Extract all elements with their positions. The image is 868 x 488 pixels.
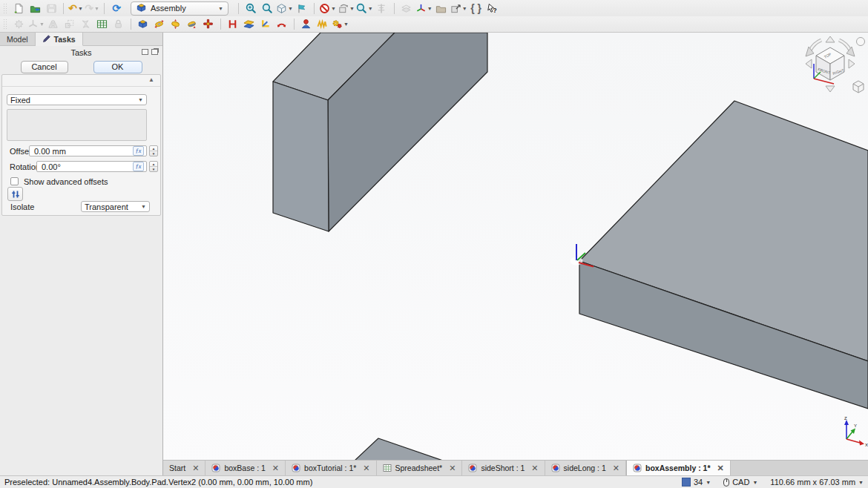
joint-type-select[interactable]: Fixed ▼ <box>7 94 147 105</box>
create-fixed-joint-button[interactable] <box>226 18 240 31</box>
close-icon[interactable]: ✕ <box>272 464 279 473</box>
create-exploded-view-button[interactable] <box>185 18 200 31</box>
rotate-up-arrow[interactable] <box>826 36 835 42</box>
rotation-input[interactable]: 0.00° ƒx <box>36 161 147 172</box>
create-group-button[interactable] <box>434 1 449 15</box>
fit-selection-button[interactable] <box>260 1 274 15</box>
tab-boxtutorial[interactable]: boxTutorial : 1*✕ <box>286 461 376 475</box>
isolate-select[interactable]: Transparent ▼ <box>81 201 150 212</box>
whats-this-icon: ? <box>487 3 498 14</box>
link-actions-button[interactable]: ▼ <box>450 1 467 15</box>
create-rack-pinion-joint-button[interactable] <box>315 18 330 31</box>
rotation-expression-icon[interactable]: ƒx <box>133 162 144 171</box>
joint-groupbox: ▲ Fixed ▼ Offset 0.00 mm ƒx ▲▼ Rotation … <box>1 74 161 216</box>
panel-tab-bar: Model Tasks <box>0 33 162 46</box>
refresh-document-button[interactable]: ⟳ <box>109 1 124 15</box>
scale-tool-button <box>62 18 77 31</box>
chevron-down-icon: ▼ <box>218 6 223 11</box>
placement-icon <box>415 3 427 14</box>
whats-this-button[interactable]: ? <box>485 1 500 15</box>
advanced-offsets-checkbox[interactable] <box>10 177 19 185</box>
doc-icon <box>633 464 642 472</box>
draw-style-button[interactable]: ▼ <box>319 1 336 15</box>
create-assembly-icon <box>137 19 148 30</box>
fit-all-button[interactable] <box>243 1 258 15</box>
view-options-button[interactable]: ▼ <box>338 1 355 15</box>
collapse-arrow-icon[interactable]: ▲ <box>148 76 154 83</box>
axis-cross: Z Y X <box>844 416 868 447</box>
plate-solid[interactable] <box>579 101 868 409</box>
triangle-solid[interactable] <box>355 438 443 460</box>
mini-cube-icon[interactable] <box>853 81 864 93</box>
workbench-selector[interactable]: Assembly▼ <box>131 1 228 16</box>
tab-spreadsheet[interactable]: Spreadsheet*✕ <box>377 461 463 475</box>
rotate-left-arrow[interactable] <box>806 59 812 68</box>
create-assembly-button[interactable] <box>136 18 151 31</box>
tab-model[interactable]: Model <box>0 33 36 45</box>
nav-style-control[interactable]: CAD ▼ <box>723 478 757 487</box>
rotation-spinner[interactable]: ▲▼ <box>149 161 158 172</box>
view-size-control[interactable]: 110.66 mm x 67.03 mm ▼ <box>770 478 864 487</box>
tab-tasks[interactable]: Tasks <box>36 33 83 46</box>
zoom-tools-button[interactable]: ▼ <box>356 1 373 15</box>
offset-spinner[interactable]: ▲▼ <box>149 145 158 156</box>
joint-references-list[interactable] <box>7 109 147 141</box>
tab-boxassembly[interactable]: boxAssembly : 1*✕ <box>626 461 731 475</box>
windmill-tool-button <box>79 18 93 31</box>
standard-views-button[interactable]: ▼ <box>276 1 293 15</box>
mirror-tool-icon <box>47 19 59 30</box>
status-bar: Preselected: Unnamed4.Assembly.Body.Pad.… <box>0 475 868 488</box>
close-icon[interactable]: ✕ <box>192 464 199 473</box>
insert-part-button[interactable] <box>152 18 167 31</box>
create-gear-belt-joint-button[interactable]: ▼ <box>332 18 349 31</box>
close-icon[interactable]: ✕ <box>363 464 369 473</box>
free-rotate-ring[interactable] <box>857 38 865 46</box>
toolbar-separator <box>220 19 221 30</box>
open-document-icon <box>30 3 41 14</box>
float-panel-icon[interactable] <box>142 49 148 55</box>
fit-selection-icon <box>262 3 273 14</box>
toolbar-drag-handle[interactable] <box>4 19 7 29</box>
tab-boxbase[interactable]: boxBase : 1✕ <box>206 461 286 475</box>
redo-icon: ↷ <box>85 3 93 13</box>
3d-viewport[interactable]: TOP FRONT RIGHT <box>163 33 868 475</box>
solve-assembly-button[interactable] <box>168 18 183 31</box>
close-icon[interactable]: ✕ <box>717 464 724 473</box>
cancel-button[interactable]: Cancel <box>21 61 68 73</box>
create-bom-button[interactable] <box>201 18 216 31</box>
sync-view-button[interactable] <box>295 1 309 15</box>
create-grounded-joint-button[interactable] <box>299 18 314 31</box>
undock-panel-icon[interactable] <box>151 49 158 55</box>
open-document-button[interactable] <box>27 1 42 15</box>
isolate-label: Isolate <box>10 202 34 211</box>
preselection-message: Preselected: Unnamed4.Assembly.Body.Pad.… <box>4 478 312 487</box>
close-icon[interactable]: ✕ <box>531 464 538 473</box>
measure-button <box>375 1 389 15</box>
open-spreadsheet-button[interactable] <box>95 18 110 31</box>
expressions-button[interactable]: { } <box>469 1 484 15</box>
offset-input[interactable]: 0.00 mm ƒx <box>29 145 147 156</box>
tab-sideshort[interactable]: sideShort : 1✕ <box>462 461 545 475</box>
ok-button[interactable]: OK <box>93 61 142 73</box>
detail-level-control[interactable]: 34 ▼ <box>682 478 711 487</box>
toolbar-drag-handle[interactable] <box>4 4 7 13</box>
close-icon[interactable]: ✕ <box>613 464 619 473</box>
reverse-direction-button[interactable] <box>7 187 23 201</box>
close-icon[interactable]: ✕ <box>449 464 456 473</box>
tab-start[interactable]: Start✕ <box>163 461 206 475</box>
rotate-right-arrow[interactable] <box>849 59 855 68</box>
rotation-label: Rotation <box>10 162 40 171</box>
create-revolute-joint-button[interactable] <box>274 18 289 31</box>
placement-button[interactable]: ▼ <box>415 1 433 15</box>
create-planar-joint-button[interactable] <box>242 18 257 31</box>
navigation-cube[interactable]: TOP FRONT RIGHT <box>806 36 865 93</box>
undo-button[interactable]: ↶▼ <box>68 1 83 15</box>
placement-tool-icon <box>27 19 39 30</box>
slab-solid[interactable] <box>273 33 487 231</box>
rotate-down-arrow[interactable] <box>826 86 835 92</box>
new-document-button[interactable] <box>11 1 26 15</box>
create-slider-joint-button[interactable] <box>258 18 273 31</box>
scale-tool-icon <box>64 19 75 30</box>
offset-expression-icon[interactable]: ƒx <box>133 146 144 156</box>
tab-sidelong[interactable]: sideLong : 1✕ <box>545 461 626 475</box>
